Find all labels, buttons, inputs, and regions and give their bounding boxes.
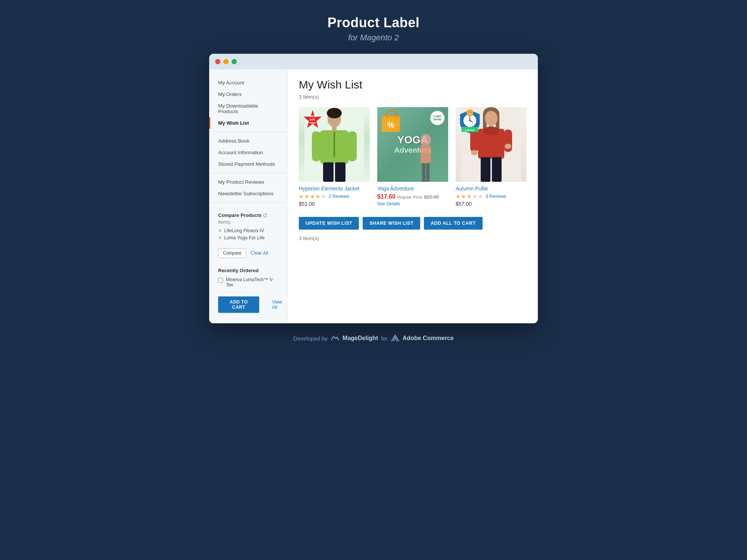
product-image-yoga: % YOGA Adventure LUMAStudio <box>377 107 448 182</box>
sidebar-item-my-orders[interactable]: My Orders <box>209 88 287 100</box>
product-3-price: $57.00 <box>456 201 527 207</box>
svg-text:%: % <box>387 121 394 130</box>
compare-item-1-label: LifeLong Fitness IV <box>224 228 264 233</box>
footer-adobe-bold: Adobe <box>403 335 421 341</box>
recently-ordered-product-name: Minerva LumaTech™ V-Tee <box>226 277 278 287</box>
svg-rect-12 <box>335 162 345 182</box>
product-2-name[interactable]: Yoga Adventure <box>377 186 448 192</box>
action-buttons: UPDATE WISH LIST SHARE WISH LIST ADD ALL… <box>299 217 527 230</box>
item-count-bottom: 3 Item(s) <box>299 236 527 241</box>
p3-star-4: ★ <box>472 193 477 199</box>
p3-star-5: ★ <box>478 193 483 199</box>
sidebar-item-my-wish-list[interactable]: My Wish List <box>209 117 287 129</box>
compare-actions: Compare Clear All <box>209 248 287 258</box>
footer-magedelight-bold: Mage <box>342 335 358 341</box>
compare-item-2: ✕ Luma Yoga For Life <box>218 235 278 240</box>
sidebar-item-my-account[interactable]: My Account <box>209 77 287 88</box>
browser-window: My Account My Orders My Downloadable Pro… <box>209 54 538 323</box>
clear-all-link[interactable]: Clear All <box>251 251 268 256</box>
compare-button[interactable]: Compare <box>218 248 246 258</box>
add-to-cart-button[interactable]: ADD TO CART <box>218 296 259 313</box>
svg-rect-11 <box>323 162 334 182</box>
svg-rect-21 <box>426 163 430 182</box>
product-2-see-details[interactable]: See Details <box>377 201 448 206</box>
main-content: My Wish List 3 Item(s) FREE SHIP- PING <box>288 69 538 323</box>
product-3-name[interactable]: Autumn Pullie <box>456 186 527 192</box>
svg-rect-19 <box>421 145 431 164</box>
product-2-regular-label: Regular Price <box>397 195 422 199</box>
svg-text:SHIP-: SHIP- <box>309 118 316 121</box>
footer-magedelight-rest: Delight <box>358 335 378 341</box>
svg-text:⏰: ⏰ <box>468 112 472 115</box>
svg-text:FREE: FREE <box>309 115 316 118</box>
compare-products-title: Compare Products <box>218 212 261 218</box>
compare-products-section: Compare Products (2 Items) ✕ LifeLong Fi… <box>209 206 287 245</box>
svg-point-16 <box>394 115 397 118</box>
item-count-top: 3 Item(s) <box>299 94 527 100</box>
page-header: Product Label for Magento 2 <box>328 15 420 43</box>
remove-compare-2-icon[interactable]: ✕ <box>218 235 222 240</box>
yoga-person-svg <box>411 133 441 182</box>
sidebar-item-downloadable-products[interactable]: My Downloadable Products <box>209 100 287 117</box>
product-3-reviews[interactable]: 3 Reviews <box>486 194 506 199</box>
svg-point-41 <box>505 144 511 149</box>
product-2-regular-price: $22.00 <box>424 194 439 200</box>
svg-rect-42 <box>481 157 490 182</box>
footer-for: for <box>381 335 388 342</box>
footer-magedelight-label: MageDelight <box>342 335 378 342</box>
star-2: ★ <box>304 193 309 199</box>
product-3-stars: ★ ★ ★ ★ ★ 3 Reviews <box>456 193 527 199</box>
svg-point-13 <box>327 108 342 118</box>
svg-point-40 <box>471 150 478 155</box>
share-wish-list-button[interactable]: SHARE WISH LIST <box>363 217 420 230</box>
product-card-1: FREE SHIP- PING <box>299 107 370 208</box>
recently-ordered-section: Recently Ordered Minerva LumaTech™ V-Tee <box>209 262 287 293</box>
free-shipping-label: FREE SHIP- PING <box>301 109 324 133</box>
svg-text:PING: PING <box>310 122 316 124</box>
product-1-stars: ★ ★ ★ ★ ★ 2 Reviews <box>299 193 370 199</box>
products-grid: FREE SHIP- PING <box>299 107 527 208</box>
svg-point-34 <box>485 111 498 126</box>
product-2-price-wrap: $17.60 Regular Price $22.00 <box>377 193 448 200</box>
recently-ordered-title: Recently Ordered <box>218 268 278 273</box>
window-maximize-dot[interactable] <box>232 59 237 64</box>
star-3: ★ <box>310 193 315 199</box>
sidebar-item-address-book[interactable]: Address Book <box>209 135 287 147</box>
browser-toolbar <box>209 54 538 69</box>
add-all-to-cart-button[interactable]: ADD ALL TO CART <box>424 217 482 230</box>
product-2-special-price: $17.60 <box>377 193 396 200</box>
product-1-reviews[interactable]: 2 Reviews <box>329 194 349 199</box>
recently-ordered-checkbox[interactable] <box>218 278 223 283</box>
product-image-pullie: LIMITED ⏰ <box>456 107 527 182</box>
sidebar-item-product-reviews[interactable]: My Product Reviews <box>209 176 287 188</box>
adobe-commerce-logo-icon <box>391 335 400 342</box>
sidebar-nav-primary: My Account My Orders My Downloadable Pro… <box>209 77 287 129</box>
svg-rect-20 <box>422 163 425 182</box>
percent-label: % <box>379 109 404 134</box>
wish-list-title: My Wish List <box>299 78 527 91</box>
p3-star-1: ★ <box>456 193 461 199</box>
update-wish-list-button[interactable]: UPDATE WISH LIST <box>299 217 359 230</box>
svg-rect-10 <box>348 131 357 161</box>
sidebar-item-stored-payment[interactable]: Stored Payment Methods <box>209 158 287 170</box>
view-all-link[interactable]: View All <box>272 299 287 310</box>
star-1: ★ <box>299 193 304 199</box>
sidebar-item-account-information[interactable]: Account Information <box>209 147 287 158</box>
product-card-2: % YOGA Adventure LUMAStudio <box>377 107 448 208</box>
p3-star-2: ★ <box>461 193 466 199</box>
page-footer: Developed by MageDelight for Adobe Comme… <box>293 335 453 342</box>
luma-badge: LUMAStudio <box>430 111 444 125</box>
footer-adobe-commerce-label: Adobe Commerce <box>403 335 454 342</box>
sidebar-item-newsletter[interactable]: Newsletter Subscriptions <box>209 188 287 199</box>
window-close-dot[interactable] <box>215 59 220 64</box>
svg-point-15 <box>386 115 389 118</box>
sidebar-nav-account: Address Book Account Information Stored … <box>209 135 287 170</box>
svg-rect-9 <box>312 131 321 161</box>
svg-rect-8 <box>334 131 335 158</box>
window-minimize-dot[interactable] <box>223 59 229 64</box>
svg-rect-43 <box>492 157 502 182</box>
magedelight-logo-icon <box>331 335 340 342</box>
product-1-name[interactable]: Hyperion Elements Jacket <box>299 186 370 192</box>
remove-compare-1-icon[interactable]: ✕ <box>218 228 222 233</box>
compare-item-2-label: Luma Yoga For Life <box>224 235 264 240</box>
